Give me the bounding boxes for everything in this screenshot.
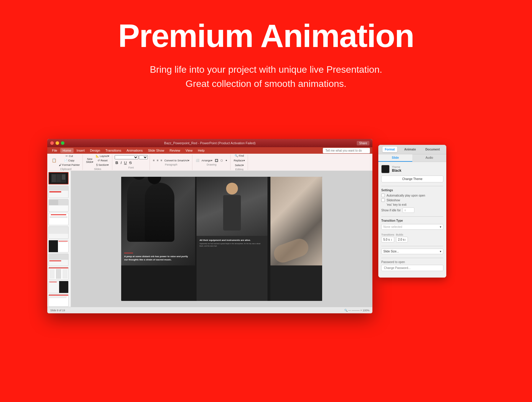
autoplay-checkbox[interactable] — [381, 194, 385, 197]
hero-title: Premium Animation — [0, 18, 532, 54]
share-button[interactable]: Share — [357, 141, 369, 145]
slides-label: Slides — [94, 168, 101, 171]
theme-box: Theme Black — [381, 165, 443, 173]
editing-group: 🔍 Find Replace▾ Select▾ Editing — [231, 155, 248, 170]
slideshow-checkbox[interactable] — [381, 198, 385, 202]
autoplay-row: Automatically play upon open — [381, 194, 443, 197]
escape-label: 'esc' key to exit — [387, 203, 406, 206]
builds-spinner[interactable]: 2.0 s ↕ — [396, 237, 408, 242]
slide-bottom-right — [270, 265, 322, 301]
idle-spinner[interactable]: ↕ — [403, 208, 414, 213]
italic-button[interactable]: I — [120, 160, 123, 166]
nav-home[interactable]: Home — [60, 148, 74, 153]
slide-thumb-15[interactable]: 15 — [48, 267, 69, 280]
transition-dropdown[interactable]: None selected ▾ — [381, 224, 443, 230]
format-painter-button[interactable]: 🖌 Format Painter — [58, 163, 81, 167]
slide-thumb-8[interactable]: 8 — [48, 172, 69, 184]
minimize-button[interactable] — [56, 141, 59, 145]
font-family-select[interactable] — [115, 155, 138, 159]
nav-design[interactable]: Design — [88, 148, 103, 153]
nav-insert[interactable]: Insert — [74, 148, 87, 153]
slide-col2-photo — [197, 177, 267, 236]
hero-section: Premium Animation Bring life into your p… — [0, 0, 532, 91]
maximize-button[interactable] — [61, 141, 64, 145]
paragraph-label: Paragraph — [165, 163, 177, 166]
find-button[interactable]: 🔍 Find — [233, 154, 246, 158]
slide-thumb-9[interactable]: 9 — [48, 186, 69, 198]
hero-subtitle-line2: Great collection of smooth animations. — [186, 78, 346, 89]
shapes-button[interactable]: ⬜ — [195, 158, 200, 163]
paste-button[interactable]: 📋 — [51, 154, 57, 167]
password-input[interactable] — [381, 265, 443, 271]
align-left-button[interactable]: ≡ — [152, 158, 156, 163]
section-button[interactable]: § Section▾ — [95, 163, 110, 167]
ppt-main-area: 8 9 10 — [47, 171, 372, 307]
red-accent-line — [124, 253, 133, 253]
slide-thumb-12[interactable]: 12 — [48, 226, 69, 239]
col2-body: Apparently we had reached a great height… — [200, 243, 265, 247]
col1-title: A peep at some distant orb has power to … — [124, 255, 192, 261]
slide-thumb-14[interactable]: 14 — [48, 254, 69, 266]
nav-animations[interactable]: Animations — [124, 148, 145, 153]
align-center-button[interactable]: ≡ — [156, 158, 159, 163]
format-tool-button[interactable]: Format — [382, 147, 397, 152]
ribbon-toolbar: 📋 ✂ Cut 📄 Copy 🖌 Format Painter Clipboar… — [47, 154, 372, 171]
slide-size-dropdown[interactable]: Slide Size... ▾ — [381, 249, 443, 254]
hero-subtitle: Bring life into your project with unique… — [0, 62, 532, 91]
drawing-group: ⬜ Arrange▾ 🔲 ⬡ ✦ Drawing — [193, 155, 231, 170]
transitions-spinner[interactable]: 5.0 s ↕ — [381, 237, 394, 242]
slide-panel[interactable]: 8 9 10 — [47, 171, 71, 307]
replace-button[interactable]: Replace▾ — [233, 158, 246, 163]
font-size-select[interactable] — [139, 155, 148, 159]
theme-info: Theme Black — [392, 166, 443, 173]
strikethrough-button[interactable]: S — [128, 160, 133, 166]
convert-smartart-button[interactable]: Convert to SmartArt▾ — [163, 158, 190, 163]
clipboard-label: Clipboard — [60, 168, 72, 171]
inspector-body: Theme Black Change Theme Settings Automa… — [378, 162, 446, 278]
status-bar: Slide 8 of 19 🔍 — ——— + 100% — [47, 307, 372, 313]
tab-slide[interactable]: Slide — [378, 154, 412, 162]
powerpoint-window: Bazz_Powerpoint_Red - PowerPoint (Produc… — [47, 139, 372, 313]
transitions-value: 5.0 s — [383, 238, 390, 241]
nav-file[interactable]: File — [50, 148, 60, 153]
ribbon-search-input[interactable] — [323, 148, 370, 153]
slide-thumb-11[interactable]: 11 — [48, 213, 69, 225]
slide-thumb-17[interactable]: 17 — [48, 294, 69, 307]
slide-thumb-16[interactable]: 16 — [48, 281, 69, 293]
document-tool-button[interactable]: Document — [423, 147, 442, 152]
drawing-label: Drawing — [207, 163, 216, 166]
timing-section: Transitions 5.0 s ↕ Builds 2.0 s ↕ — [381, 233, 443, 242]
close-button[interactable] — [50, 141, 54, 145]
animate-tool-button[interactable]: Animate — [402, 147, 418, 152]
underline-button[interactable]: U — [123, 160, 128, 166]
divider-3 — [381, 246, 443, 246]
align-right-button[interactable]: ≡ — [160, 158, 163, 163]
tab-audio[interactable]: Audio — [412, 154, 446, 162]
new-slide-button[interactable]: NewSlide▾ — [85, 154, 94, 167]
font-label: Font — [129, 166, 134, 169]
shape-outline-button[interactable]: ⬡ — [220, 158, 224, 163]
nav-review[interactable]: Review — [167, 148, 183, 153]
cut-button[interactable]: ✂ Cut — [58, 154, 81, 158]
nav-slideshow[interactable]: Slide Show — [146, 148, 167, 153]
col2-title: All their equipment and instruments are … — [200, 239, 265, 241]
window-controls — [50, 141, 64, 145]
copy-button[interactable]: 📄 Copy — [58, 158, 81, 163]
nav-help[interactable]: Help — [195, 148, 207, 153]
shape-effects-button[interactable]: ✦ — [224, 158, 228, 163]
layout-button[interactable]: 📐 Layout▾ — [95, 154, 110, 158]
nav-view[interactable]: View — [183, 148, 195, 153]
slide-thumb-13[interactable]: 13 — [48, 240, 69, 252]
reset-button[interactable]: ↺ Reset — [95, 158, 110, 163]
ribbon-nav: File Home Insert Design Transitions Anim… — [47, 147, 372, 154]
slide-thumb-10[interactable]: 10 — [48, 199, 69, 212]
select-button[interactable]: Select▾ — [233, 163, 246, 167]
bold-button[interactable]: B — [115, 160, 119, 166]
builds-spinner-label: Builds — [396, 233, 408, 236]
arrange-button[interactable]: Arrange▾ — [201, 158, 213, 163]
nav-transitions[interactable]: Transitions — [103, 148, 124, 153]
change-theme-button[interactable]: Change Theme — [381, 176, 443, 182]
shape-fill-button[interactable]: 🔲 — [214, 158, 219, 163]
slide-col1-image — [121, 177, 195, 265]
slide-view: A peep at some distant orb has power to … — [71, 171, 372, 307]
